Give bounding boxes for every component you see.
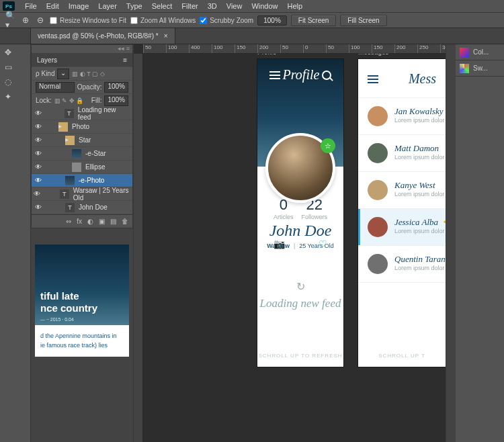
- layer-thumb: [72, 149, 81, 159]
- star-badge-icon: ☆: [321, 138, 335, 153]
- fill-field[interactable]: 100%: [104, 95, 128, 106]
- artboard-profile[interactable]: Profile Profile ☆ 0Articles 22Followers …: [257, 59, 343, 367]
- preview-date: — ·· 2015 · 0.04: [40, 317, 124, 322]
- menu-bar: Ps File Edit Image Layer Type Select Fil…: [0, 0, 504, 12]
- loading-spinner-icon: ↻: [257, 280, 343, 293]
- layer-row[interactable]: 👁TJohn Doe: [32, 201, 132, 214]
- dock-color[interactable]: Col...: [456, 44, 504, 60]
- right-dock: Col... Sw...: [456, 44, 504, 442]
- visibility-icon[interactable]: 👁: [32, 177, 45, 184]
- menu-view[interactable]: View: [222, 1, 247, 11]
- layer-row[interactable]: 👁▸Star: [32, 134, 132, 147]
- lock-icons[interactable]: ▥ ✎ ✥ 🔒: [54, 97, 84, 104]
- delete-layer-icon[interactable]: 🗑: [122, 218, 128, 225]
- message-item[interactable]: Matt DamonLorem ipsum dolor sit: [358, 135, 446, 172]
- resize-windows-checkbox[interactable]: Resize Windows to Fit: [50, 17, 126, 24]
- layer-mask-icon[interactable]: ◐: [87, 218, 93, 225]
- profile-age: 25 Years Old: [299, 242, 334, 249]
- menu-filter[interactable]: Filter: [177, 1, 202, 11]
- camera-icon: 📷: [274, 238, 285, 249]
- layer-row[interactable]: 👁-e-Photo: [32, 174, 132, 187]
- close-tab-icon[interactable]: ×: [164, 32, 168, 40]
- swatches-icon: [460, 64, 469, 73]
- menu-window[interactable]: Window: [247, 1, 282, 11]
- message-avatar: [368, 254, 388, 274]
- visibility-icon[interactable]: 👁: [32, 109, 45, 117]
- layer-row[interactable]: 👁-e-Star: [32, 147, 132, 161]
- layer-kind-select[interactable]: ⌄: [57, 69, 69, 79]
- scrubby-zoom-checkbox[interactable]: Scrubby Zoom: [200, 17, 253, 24]
- message-snippet: Lorem ipsum dolor sit: [394, 154, 446, 161]
- options-bar: 🔍▾ ⊕ ⊖ Resize Windows to Fit Zoom All Wi…: [0, 12, 504, 28]
- document-tab[interactable]: ventas.psd @ 50% (-e-Photo, RGB/8#) * ×: [31, 28, 175, 44]
- lasso-tool-icon[interactable]: ◌: [1, 75, 15, 89]
- artboard-messages[interactable]: Messages Mess Jan Kowalsky •Lorem ipsum …: [358, 59, 446, 367]
- blend-mode-select[interactable]: Normal: [36, 82, 75, 93]
- wand-tool-icon[interactable]: ✦: [1, 90, 15, 103]
- opacity-label: Opacity:: [77, 83, 102, 91]
- menu-file[interactable]: File: [20, 1, 42, 11]
- move-tool-icon[interactable]: ✥: [1, 46, 15, 59]
- stat-articles-label: Articles: [274, 214, 294, 220]
- message-avatar: [368, 217, 388, 237]
- zoom-in-icon[interactable]: ⊕: [20, 15, 31, 26]
- stat-followers-label: Followers: [301, 214, 327, 220]
- fit-screen-button[interactable]: Fit Screen: [291, 15, 337, 26]
- layers-footer: ⇔ fx ◐ ▣ ▤ 🗑: [32, 214, 132, 228]
- layer-name: Ellipse: [85, 163, 105, 171]
- layers-panel: ◂◂ ≡ Layers≡ ρ Kind ⌄ ▥ ◐ T ▢ ◇ Normal O…: [31, 44, 133, 228]
- menu-type[interactable]: Type: [122, 1, 147, 11]
- layer-thumb: ▸: [65, 136, 75, 145]
- refresh-hint: SCHROLL UP TO REFRESH: [257, 353, 343, 359]
- visibility-icon[interactable]: 👁: [32, 204, 45, 211]
- artboard-messages-label: Messages: [358, 54, 389, 56]
- link-layers-icon[interactable]: ⇔: [66, 218, 71, 225]
- visibility-icon[interactable]: 👁: [32, 163, 45, 171]
- message-item[interactable]: Kanye WestLorem ipsum dolor sit: [358, 172, 446, 209]
- hamburger-icon: [269, 71, 280, 79]
- message-item[interactable]: Quentin TarantiLorem ipsum dolor sit: [358, 246, 446, 283]
- message-name: Quentin Taranti: [394, 254, 446, 265]
- message-avatar: [368, 180, 388, 200]
- zoom-all-checkbox[interactable]: Zoom All Windows: [130, 17, 196, 24]
- layer-name: John Doe: [79, 204, 108, 211]
- layer-row[interactable]: 👁TWarsaw | 25 Years Old: [32, 187, 132, 201]
- layer-filter-icons[interactable]: ▥ ◐ T ▢ ◇: [72, 71, 104, 77]
- visibility-icon[interactable]: 👁: [32, 136, 45, 144]
- layer-row[interactable]: 👁▸Photo: [32, 120, 132, 134]
- marquee-tool-icon[interactable]: ▭: [1, 60, 15, 74]
- message-item[interactable]: Jessica Alba •Lorem ipsum dolor sit: [358, 209, 446, 246]
- layer-fx-icon[interactable]: fx: [77, 218, 82, 225]
- message-snippet: Lorem ipsum dolor sit: [394, 117, 446, 124]
- opacity-field[interactable]: 100%: [104, 82, 128, 93]
- dock-swatches[interactable]: Sw...: [456, 60, 504, 77]
- zoom-out-icon[interactable]: ⊖: [35, 15, 46, 26]
- visibility-icon[interactable]: 👁: [32, 190, 43, 197]
- message-item[interactable]: Jan Kowalsky •Lorem ipsum dolor sit: [358, 98, 446, 135]
- layer-row[interactable]: 👁TLoading new feed: [32, 107, 132, 120]
- menu-image[interactable]: Image: [64, 1, 94, 11]
- menu-3d[interactable]: 3D: [203, 1, 222, 11]
- tools-panel: ✥ ▭ ◌ ✦: [0, 44, 31, 442]
- visibility-icon[interactable]: 👁: [32, 123, 45, 130]
- message-name: Jessica Alba •: [394, 217, 446, 228]
- menu-help[interactable]: Help: [283, 1, 308, 11]
- zoom-tool-icon[interactable]: 🔍▾: [5, 15, 16, 26]
- new-layer-icon[interactable]: ▤: [110, 218, 116, 225]
- visibility-icon[interactable]: 👁: [32, 150, 45, 157]
- heart-icon: ♡: [319, 238, 327, 249]
- menu-select[interactable]: Select: [147, 1, 177, 11]
- ruler-vertical: [134, 54, 143, 442]
- layer-thumb: T: [60, 189, 69, 199]
- loading-text: Loading new feed: [257, 297, 343, 310]
- preview-panel: tiful latence country — ·· 2015 · 0.04 d…: [31, 228, 133, 442]
- menu-layer[interactable]: Layer: [93, 1, 122, 11]
- zoom-percent-field[interactable]: 100%: [257, 15, 287, 26]
- panel-menu-icon[interactable]: ≡: [123, 56, 127, 64]
- collapsed-dock[interactable]: [446, 44, 456, 442]
- menu-edit[interactable]: Edit: [42, 1, 64, 11]
- layer-row[interactable]: 👁Ellipse: [32, 161, 132, 174]
- fill-screen-button[interactable]: Fill Screen: [340, 15, 386, 26]
- new-group-icon[interactable]: ▣: [99, 218, 105, 225]
- canvas-area[interactable]: 5010040010015020050050100150200250300350…: [133, 44, 446, 442]
